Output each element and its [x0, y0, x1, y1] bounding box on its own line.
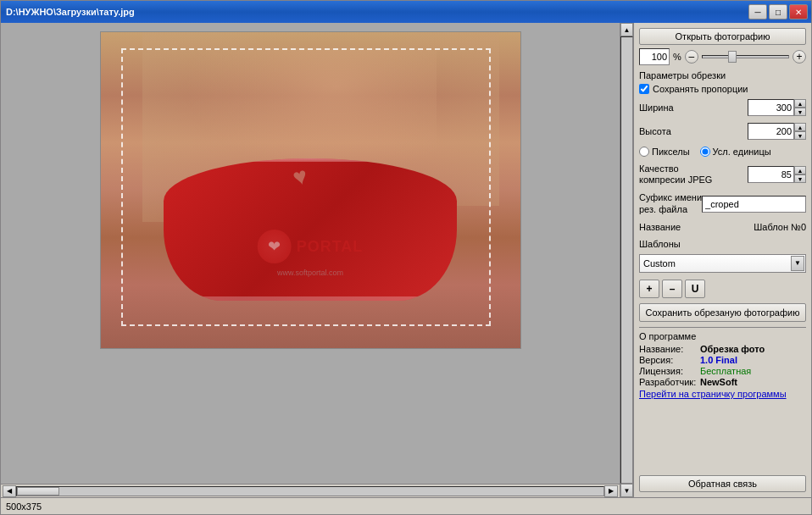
template-action-buttons: + – U [639, 280, 806, 298]
height-down-btn[interactable]: ▼ [794, 131, 806, 140]
height-label: Высота [639, 126, 686, 136]
watermark-symbol: ❤ [268, 237, 281, 256]
scrollbar-thumb-h[interactable] [17, 487, 59, 496]
maximize-button[interactable]: □ [769, 4, 787, 19]
template-update-button[interactable]: U [685, 280, 705, 298]
height-input[interactable] [748, 123, 794, 140]
quality-down-btn[interactable]: ▼ [794, 174, 806, 183]
about-version-val: 1.0 Final [700, 355, 737, 365]
height-up-btn[interactable]: ▲ [794, 123, 806, 131]
units-radio[interactable] [700, 147, 710, 157]
suffix-label: Суфикс именирез. файла [639, 192, 702, 214]
quality-up-btn[interactable]: ▲ [794, 166, 806, 174]
scroll-left-btn[interactable]: ◀ [3, 485, 16, 497]
width-spinbox-wrapper: ▲ ▼ [748, 99, 806, 116]
feedback-button[interactable]: Обратная связь [639, 475, 806, 492]
statusbar: 500x375 [1, 497, 811, 514]
units-label: Усл. единицы [713, 147, 771, 157]
program-page-link[interactable]: Перейти на страничку программы [639, 389, 806, 399]
units-radio-item: Усл. единицы [700, 147, 771, 157]
about-developer-row: Разработчик: NewSoft [639, 377, 806, 387]
suffix-row: Суфикс именирез. файла [639, 192, 806, 214]
zoom-slider[interactable] [702, 55, 789, 58]
height-spinbox-wrapper: ▲ ▼ [748, 123, 806, 140]
suffix-input[interactable] [702, 196, 806, 213]
horizontal-scrollbar[interactable]: ◀ ▶ [1, 484, 620, 497]
pixels-radio[interactable] [639, 147, 649, 157]
close-button[interactable]: ✕ [789, 4, 808, 19]
about-section: О программе Название: Обрезка фото Верси… [639, 327, 806, 399]
about-name-row: Название: Обрезка фото [639, 344, 806, 354]
body-image: ♥ ❤ PORTAL www.softportal.com [101, 32, 520, 348]
watermark-text: PORTAL [297, 238, 364, 256]
image-container[interactable]: ♥ ❤ PORTAL www.softportal.com [1, 23, 620, 484]
zoom-slider-thumb[interactable] [728, 51, 737, 63]
photo-display: ♥ ❤ PORTAL www.softportal.com [100, 31, 521, 349]
scroll-up-btn[interactable]: ▲ [620, 23, 633, 36]
save-cropped-button[interactable]: Сохранить обрезаную фотографию [639, 303, 806, 322]
zoom-plus-button[interactable]: + [793, 50, 806, 64]
height-spinbox-btns: ▲ ▼ [794, 123, 806, 140]
scrollbar-track-h[interactable] [16, 486, 604, 496]
about-version-key: Версия: [639, 355, 697, 365]
template-add-button[interactable]: + [639, 280, 659, 298]
zoom-input[interactable] [639, 48, 670, 65]
quality-row: Качествокомпресии JPEG ▲ ▼ [639, 163, 806, 186]
quality-spinbox-btns: ▲ ▼ [794, 166, 806, 183]
image-panel: ♥ ❤ PORTAL www.softportal.com [1, 23, 620, 497]
watermark-logo: ❤ [258, 230, 292, 263]
templates-dropdown-wrapper: Custom Шаблон №0 Шаблон №1 ▼ [639, 254, 806, 273]
about-developer-val: NewSoft [700, 377, 737, 387]
height-row: Высота ▲ ▼ [639, 123, 806, 140]
about-version-row: Версия: 1.0 Final [639, 355, 806, 365]
statusbar-dimensions: 500x375 [6, 501, 42, 512]
about-name-val: Обрезка фото [700, 344, 765, 354]
quality-input[interactable] [748, 166, 794, 183]
about-license-row: Лицензия: Бесплатная [639, 366, 806, 376]
name-value: Шаблон №0 [681, 222, 806, 232]
main-content: ♥ ❤ PORTAL www.softportal.com [1, 23, 811, 497]
name-label: Название [639, 222, 681, 232]
about-title: О программе [639, 331, 806, 341]
keep-proportions-checkbox[interactable] [639, 84, 649, 94]
width-spinbox-btns: ▲ ▼ [794, 99, 806, 116]
right-panel: Открыть фотографию % – + Параметры обрез… [633, 23, 811, 497]
scrollbar-track-v[interactable] [620, 36, 633, 484]
quality-spinbox-wrapper: ▲ ▼ [748, 166, 806, 183]
zoom-percent-label: % [673, 52, 681, 62]
watermark-url: www.softportal.com [277, 269, 343, 277]
keep-proportions-row: Сохранять пропорции [639, 84, 806, 94]
template-remove-button[interactable]: – [662, 280, 682, 298]
width-input[interactable] [748, 99, 794, 116]
width-row: Ширина ▲ ▼ [639, 99, 806, 116]
about-name-key: Название: [639, 344, 697, 354]
width-label: Ширина [639, 102, 686, 113]
titlebar: D:\НУЖНО\Загрузки\тату.jpg ─ □ ✕ [1, 1, 811, 23]
templates-label: Шаблоны [639, 239, 806, 249]
pixels-label: Пикселы [652, 147, 690, 157]
scroll-down-btn[interactable]: ▼ [620, 484, 633, 497]
open-photo-button[interactable]: Открыть фотографию [639, 28, 806, 45]
zoom-minus-button[interactable]: – [685, 50, 698, 64]
window-title: D:\НУЖНО\Загрузки\тату.jpg [4, 7, 748, 17]
unit-radio-row: Пикселы Усл. единицы [639, 147, 806, 157]
about-license-key: Лицензия: [639, 366, 697, 376]
scroll-right-btn[interactable]: ▶ [604, 485, 618, 497]
titlebar-buttons: ─ □ ✕ [748, 4, 808, 19]
keep-proportions-label: Сохранять пропорции [653, 84, 748, 94]
watermark: ❤ PORTAL www.softportal.com [258, 230, 364, 263]
crop-params-label: Параметры обрезки [639, 70, 806, 80]
width-up-btn[interactable]: ▲ [794, 99, 806, 108]
minimize-button[interactable]: ─ [748, 4, 767, 19]
vertical-scrollbar[interactable]: ▲ ▼ [620, 23, 633, 497]
name-row: Название Шаблон №0 [639, 222, 806, 232]
about-developer-key: Разработчик: [639, 377, 697, 387]
about-license-val: Бесплатная [700, 366, 751, 376]
pixels-radio-item: Пикселы [639, 147, 690, 157]
width-down-btn[interactable]: ▼ [794, 108, 806, 116]
main-window: D:\НУЖНО\Загрузки\тату.jpg ─ □ ✕ [0, 0, 812, 515]
quality-label: Качествокомпресии JPEG [639, 163, 712, 186]
templates-dropdown[interactable]: Custom Шаблон №0 Шаблон №1 [639, 254, 806, 273]
zoom-row: % – + [639, 48, 806, 65]
